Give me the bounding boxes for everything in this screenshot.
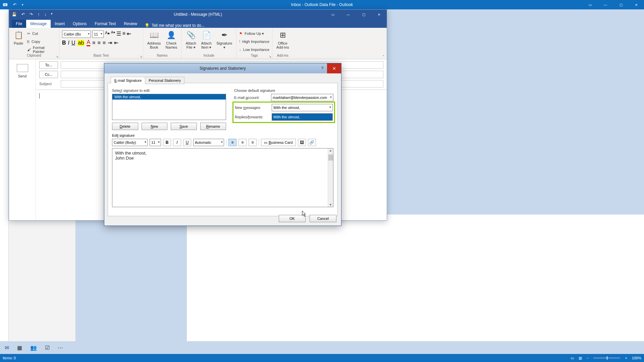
shrink-font-icon[interactable]: A▾ xyxy=(111,31,115,38)
undo-icon[interactable]: ↶ xyxy=(13,2,16,7)
folder-pane-collapsed[interactable] xyxy=(0,9,9,341)
rename-button[interactable]: Rename xyxy=(200,123,226,130)
close-icon[interactable]: ✕ xyxy=(629,0,644,9)
zoom-out-icon[interactable]: − xyxy=(587,356,589,360)
business-card-button[interactable]: ▭Business Card xyxy=(261,139,296,146)
prev-icon[interactable]: ↑ xyxy=(38,12,40,17)
delete-button[interactable]: Delete xyxy=(112,123,138,130)
view-reading-icon[interactable]: ▥ xyxy=(579,356,582,360)
view-normal-icon[interactable]: ▭ xyxy=(571,356,574,360)
collapse-ribbon-icon[interactable]: ⌃ xyxy=(382,55,385,58)
to-button[interactable]: To... xyxy=(39,61,58,69)
bold-button[interactable]: B xyxy=(163,139,171,146)
italic-button[interactable]: I xyxy=(173,139,181,146)
list-item[interactable]: With the utmost, xyxy=(112,94,226,100)
follow-up-button[interactable]: ⚑Follow Up ▾ xyxy=(239,30,264,37)
format-painter-button[interactable]: 🖌Format Painter xyxy=(27,46,56,53)
dialog-launcher-icon[interactable]: ↘ xyxy=(269,55,271,58)
align-right-button[interactable]: ≡ xyxy=(249,139,257,146)
zoom-level[interactable]: 100% xyxy=(632,356,641,360)
minimize-icon[interactable]: — xyxy=(340,10,356,19)
attach-file-button[interactable]: 📎Attach File ▾ xyxy=(184,29,198,50)
font-color-select[interactable]: Automatic xyxy=(193,139,224,146)
ribbon-display-icon[interactable]: ▭ xyxy=(325,10,340,19)
check-names-button[interactable]: 👤Check Names xyxy=(164,29,178,50)
mail-icon[interactable]: ✉ xyxy=(5,345,9,351)
tab-format-text[interactable]: Format Text xyxy=(91,20,120,28)
dialog-launcher-icon[interactable]: ↘ xyxy=(140,55,142,58)
align-left-icon[interactable]: ≡ xyxy=(92,40,95,46)
minimize-icon[interactable]: — xyxy=(598,0,613,9)
ok-button[interactable]: OK xyxy=(279,215,306,222)
send-button[interactable]: Send xyxy=(18,74,27,78)
new-messages-select[interactable]: With the utmost, xyxy=(272,104,333,111)
maximize-icon[interactable]: ▢ xyxy=(356,10,371,19)
address-book-button[interactable]: 📖Address Book xyxy=(146,29,162,50)
email-account-select[interactable]: marklabarr@blenderpassion.com xyxy=(271,94,333,101)
zoom-in-icon[interactable]: + xyxy=(625,356,627,360)
bullets-icon[interactable]: ☰ xyxy=(116,31,121,38)
save-icon[interactable]: 💾 xyxy=(12,12,17,17)
calendar-icon[interactable]: ▦ xyxy=(17,345,22,351)
more-icon[interactable]: ⋯ xyxy=(58,345,63,351)
attach-item-button[interactable]: 📄Attach Item ▾ xyxy=(200,29,213,50)
tab-file[interactable]: File xyxy=(12,20,26,28)
bold-button[interactable]: B xyxy=(62,40,66,46)
cut-button[interactable]: ✂Cut xyxy=(27,30,56,37)
help-icon[interactable]: ? xyxy=(318,63,327,73)
indent-icon[interactable]: ⇥ xyxy=(108,40,112,46)
undo-icon[interactable]: ↶ xyxy=(21,12,25,17)
edit-size-select[interactable]: 11 xyxy=(150,139,161,146)
low-importance-button[interactable]: ↓Low Importance xyxy=(239,46,269,53)
scroll-thumb[interactable] xyxy=(328,155,333,161)
underline-button[interactable]: U xyxy=(71,40,75,46)
outdent-icon[interactable]: ⇤ xyxy=(127,31,131,38)
high-importance-button[interactable]: !High Importance xyxy=(239,38,269,45)
dialog-titlebar[interactable]: Signatures and Stationery ? ✕ xyxy=(104,63,341,73)
qat-dropdown-icon[interactable]: ▾ xyxy=(51,12,53,17)
tab-review[interactable]: Review xyxy=(120,20,141,28)
font-color-icon[interactable]: A xyxy=(87,39,90,46)
signature-editor[interactable]: With the utmost, John Doe xyxy=(112,148,333,207)
people-icon[interactable]: 👥 xyxy=(30,345,37,351)
scrollbar[interactable] xyxy=(328,148,333,207)
next-icon[interactable]: ↓ xyxy=(44,12,46,17)
decrease-indent-icon[interactable]: ⇤ xyxy=(114,40,118,46)
tell-me[interactable]: 💡 Tell me what you want to do... xyxy=(141,23,205,28)
copy-button[interactable]: ⎘Copy xyxy=(27,38,56,45)
tab-options[interactable]: Options xyxy=(69,20,91,28)
signature-list[interactable]: With the utmost, xyxy=(112,94,226,120)
insert-hyperlink-button[interactable]: 🔗 xyxy=(308,139,316,146)
italic-button[interactable]: I xyxy=(68,40,69,46)
signature-button[interactable]: ✒Signature ▾ xyxy=(215,29,233,50)
font-select[interactable]: Calibri (Bo xyxy=(62,31,91,38)
underline-button[interactable]: U xyxy=(183,139,191,146)
redo-icon[interactable]: ↷ xyxy=(30,12,33,17)
tab-insert[interactable]: Insert xyxy=(51,20,69,28)
ribbon-display-icon[interactable]: ▭ xyxy=(582,0,598,9)
cancel-button[interactable]: Cancel xyxy=(310,215,336,222)
save-button[interactable]: Save xyxy=(171,123,197,130)
highlight-icon[interactable]: ab xyxy=(77,40,85,46)
replies-forwards-select[interactable]: With the utmost, xyxy=(272,113,333,121)
grow-font-icon[interactable]: A▴ xyxy=(105,31,110,38)
tab-personal-stationery[interactable]: Personal Stationery xyxy=(145,77,184,84)
align-right-icon[interactable]: ≡ xyxy=(103,40,106,46)
new-button[interactable]: New xyxy=(142,123,168,130)
tab-email-signature[interactable]: E-mail Signature xyxy=(111,77,145,84)
align-left-button[interactable]: ≡ xyxy=(228,139,236,146)
insert-picture-button[interactable]: 🖼 xyxy=(298,139,306,146)
cc-button[interactable]: Cc... xyxy=(39,71,58,78)
office-addins-button[interactable]: ⊞Office Add-ins xyxy=(275,29,290,50)
dialog-launcher-icon[interactable]: ↘ xyxy=(56,55,58,58)
align-center-icon[interactable]: ≡ xyxy=(97,40,100,46)
qat-dropdown-icon[interactable]: ▾ xyxy=(22,3,23,6)
numbering-icon[interactable]: ≡ xyxy=(122,31,125,38)
font-size-select[interactable]: 11 xyxy=(92,31,104,38)
close-icon[interactable]: ✕ xyxy=(371,10,387,19)
edit-font-select[interactable]: Calibri (Body) xyxy=(112,139,148,146)
paste-button[interactable]: 📋 Paste xyxy=(12,29,25,46)
align-center-button[interactable]: ≡ xyxy=(238,139,247,146)
tasks-icon[interactable]: ☑ xyxy=(45,345,50,351)
close-icon[interactable]: ✕ xyxy=(327,63,341,73)
